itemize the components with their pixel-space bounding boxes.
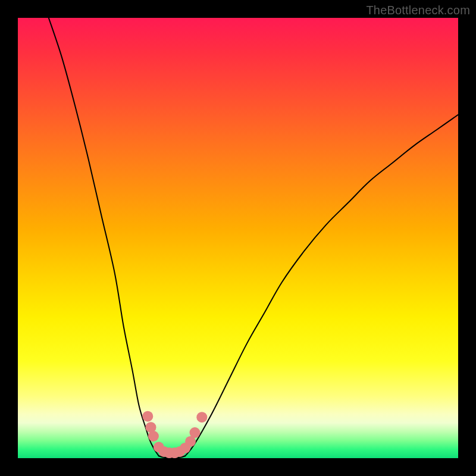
chart-frame: TheBottleneck.com [0, 0, 476, 476]
marker-dot [196, 412, 207, 422]
chart-svg [18, 18, 458, 458]
watermark-text: TheBottleneck.com [366, 4, 470, 17]
marker-dot [142, 411, 153, 422]
curve-left-curve [49, 18, 159, 456]
curve-right-curve [185, 115, 458, 456]
marker-dot [148, 431, 159, 441]
plot-area [18, 18, 458, 458]
marker-dot [189, 427, 200, 438]
